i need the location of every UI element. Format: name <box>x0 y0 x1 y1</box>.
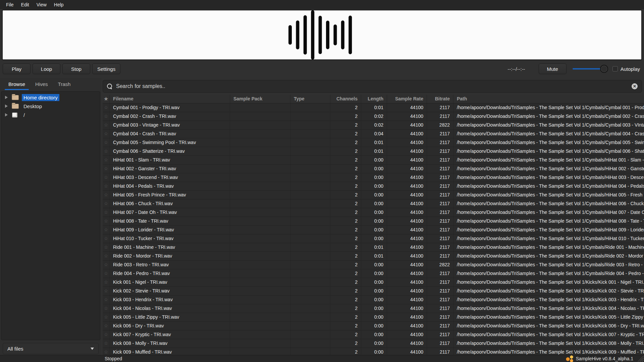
favorite-star-icon[interactable]: ☆ <box>103 165 110 173</box>
table-row[interactable]: ☆Kick 005 - Little Zippy - TRI.wav20:004… <box>103 313 644 322</box>
favorite-star-icon[interactable]: ☆ <box>103 156 110 164</box>
autoplay-checkbox[interactable] <box>612 66 618 72</box>
table-row[interactable]: ☆HiHat 001 - Slam - TRI.wav20:0044100211… <box>103 156 644 165</box>
favorite-star-icon[interactable]: ☆ <box>103 191 110 199</box>
column-header-path[interactable]: Path <box>453 95 644 103</box>
table-row[interactable]: ☆Ride 004 - Pedro - TRI.wav20:0044100211… <box>103 269 644 278</box>
favorite-star-icon[interactable]: ☆ <box>103 322 110 330</box>
favorite-star-icon[interactable]: ☆ <box>103 330 110 339</box>
favorite-star-icon[interactable]: ☆ <box>103 243 110 252</box>
play-button[interactable]: Play <box>3 63 31 74</box>
column-header-type[interactable]: Type <box>290 95 330 103</box>
table-row[interactable]: ☆Kick 004 - Nicolas - TRI.wav20:00441002… <box>103 304 644 313</box>
column-header-sample-rate[interactable]: Sample Rate <box>387 95 427 103</box>
cell-channels: 2 <box>330 121 361 129</box>
tab-hives[interactable]: Hives <box>30 79 53 90</box>
table-row[interactable]: ☆Kick 003 - Hendrix - TRI.wav20:00441002… <box>103 296 644 304</box>
table-row[interactable]: ☆Ride 002 - Mordor - TRI.wav20:014410021… <box>103 252 644 261</box>
mute-button[interactable]: Mute <box>539 63 567 74</box>
favorite-star-icon[interactable]: ☆ <box>103 182 110 190</box>
tree-item-label: Home directory <box>22 94 59 101</box>
favorite-star-icon[interactable]: ☆ <box>103 234 110 243</box>
favorite-star-icon[interactable]: ☆ <box>103 296 110 304</box>
settings-button[interactable]: Settings <box>92 63 120 74</box>
search-input[interactable] <box>116 83 632 89</box>
table-row[interactable]: ☆Ride 003 - Retro - TRI.wav20:0044100282… <box>103 261 644 269</box>
column-header-length[interactable]: Length <box>361 95 387 103</box>
table-row[interactable]: ☆Cymbal 006 - Shatterize - TRI.wav20:014… <box>103 147 644 156</box>
tree-item-root[interactable]: / <box>1 110 100 119</box>
stop-button[interactable]: Stop <box>62 63 90 74</box>
favorite-star-icon[interactable]: ☆ <box>103 121 110 129</box>
favorite-star-icon[interactable]: ☆ <box>103 173 110 182</box>
menu-item-help[interactable]: Help <box>50 1 67 9</box>
favorite-star-icon[interactable]: ☆ <box>103 339 110 348</box>
table-row[interactable]: ☆HiHat 005 - Fresh Prince - TRI.wav20:00… <box>103 191 644 199</box>
cell-path: /home/apoorv/Downloads/TriSamples - The … <box>453 330 644 339</box>
tree-item-home-directory[interactable]: Home directory <box>1 93 100 102</box>
favorite-star-icon[interactable]: ☆ <box>103 348 110 355</box>
menu-item-view[interactable]: View <box>33 1 50 9</box>
volume-slider[interactable] <box>573 64 608 73</box>
table-row[interactable]: ☆HiHat 007 - Date Oh - TRI.wav20:0044100… <box>103 208 644 217</box>
table-row[interactable]: ☆Kick 007 - Kryptic - TRI.wav20:00441002… <box>103 330 644 339</box>
table-row[interactable]: ☆HiHat 009 - Lorider - TRI.wav20:0044100… <box>103 226 644 234</box>
menu-item-edit[interactable]: Edit <box>17 1 33 9</box>
favorite-star-icon[interactable]: ☆ <box>103 304 110 313</box>
favorite-star-icon[interactable]: ☆ <box>103 313 110 321</box>
table-row[interactable]: ☆HiHat 010 - Tucker - TRI.wav20:00441002… <box>103 234 644 243</box>
favorite-star-icon[interactable]: ☆ <box>103 278 110 286</box>
cell-path: /home/apoorv/Downloads/TriSamples - The … <box>453 278 644 286</box>
column-header-channels[interactable]: Channels <box>330 95 361 103</box>
tree-item-desktop[interactable]: Desktop <box>1 102 100 110</box>
table-row[interactable]: ☆Cymbal 004 - Crash - TRI.wav20:04441002… <box>103 130 644 138</box>
favorite-star-icon[interactable]: ☆ <box>103 130 110 138</box>
favorite-star-icon[interactable]: ☆ <box>103 261 110 269</box>
cell-path: /home/apoorv/Downloads/TriSamples - The … <box>453 296 644 304</box>
favorite-star-icon[interactable]: ☆ <box>103 252 110 260</box>
table-row[interactable]: ☆HiHat 008 - Tate - TRI.wav20:0044100211… <box>103 217 644 226</box>
table-row[interactable]: ☆HiHat 004 - Pedals - TRI.wav20:00441002… <box>103 182 644 191</box>
favorite-star-icon[interactable]: ☆ <box>103 199 110 208</box>
expander-icon[interactable] <box>5 113 8 117</box>
cell-length: 0:00 <box>361 287 387 295</box>
column-header-bitrate[interactable]: Bitrate <box>427 95 453 103</box>
favorite-star-icon[interactable]: ☆ <box>103 138 110 147</box>
favorite-star-icon[interactable]: ☆ <box>103 287 110 295</box>
favorite-star-icon[interactable]: ☆ <box>103 208 110 217</box>
favorite-star-icon[interactable]: ☆ <box>103 217 110 225</box>
favorite-star-icon[interactable]: ☆ <box>103 226 110 234</box>
cell-type <box>290 147 330 155</box>
expander-icon[interactable] <box>5 96 8 99</box>
table-row[interactable]: ☆Kick 006 - Dry - TRI.wav20:00441002117/… <box>103 322 644 330</box>
table-row[interactable]: ☆Kick 009 - Muffled - TRI.wav20:00441002… <box>103 348 644 355</box>
table-row[interactable]: ☆Cymbal 005 - Swimming Pool - TRI.wav20:… <box>103 138 644 147</box>
table-row[interactable]: ☆Cymbal 002 - Crash - TRI.wav20:02441002… <box>103 112 644 121</box>
tab-browse[interactable]: Browse <box>3 79 30 90</box>
menu-item-file[interactable]: File <box>2 1 17 9</box>
table-row[interactable]: ☆Ride 001 - Machine - TRI.wav20:01441002… <box>103 243 644 252</box>
clear-search-icon[interactable]: ✕ <box>632 83 638 89</box>
table-row[interactable]: ☆Kick 002 - Stevie - TRI.wav20:004410021… <box>103 287 644 296</box>
tab-trash[interactable]: Trash <box>53 79 76 90</box>
table-row[interactable]: ☆HiHat 003 - Descend - TRI.wav20:0044100… <box>103 173 644 182</box>
table-row[interactable]: ☆HiHat 006 - Chuck - TRI.wav20:004410021… <box>103 199 644 208</box>
favorite-star-icon[interactable]: ☆ <box>103 147 110 155</box>
column-header-sample-pack[interactable]: Sample Pack <box>230 95 290 103</box>
favorite-star-icon[interactable]: ☆ <box>103 112 110 121</box>
file-filter-dropdown[interactable]: All files <box>3 343 99 354</box>
table-row[interactable]: ☆Kick 001 - Nigel - TRI.wav20:0044100211… <box>103 278 644 287</box>
favorite-star-icon[interactable]: ☆ <box>103 103 110 112</box>
favorite-star-icon[interactable]: ☆ <box>103 269 110 278</box>
resize-grip[interactable] <box>638 356 644 362</box>
table-row[interactable]: ☆HiHat 002 - Ganster - TRI.wav20:0044100… <box>103 165 644 173</box>
column-header-filename[interactable]: Filename <box>110 95 230 103</box>
loop-button[interactable]: Loop <box>33 63 60 74</box>
favorite-column-header[interactable]: ★ <box>103 95 110 103</box>
expander-icon[interactable] <box>5 104 8 108</box>
table-row[interactable]: ☆Cymbal 001 - Prodigy - TRI.wav20:014410… <box>103 103 644 112</box>
table-row[interactable]: ☆Cymbal 003 - VIntage - TRI.wav20:024410… <box>103 121 644 130</box>
volume-slider-thumb[interactable] <box>600 65 608 73</box>
table-row[interactable]: ☆Kick 008 - Molly - TRI.wav20:0044100211… <box>103 339 644 348</box>
waveform-display-panel[interactable] <box>2 10 642 60</box>
